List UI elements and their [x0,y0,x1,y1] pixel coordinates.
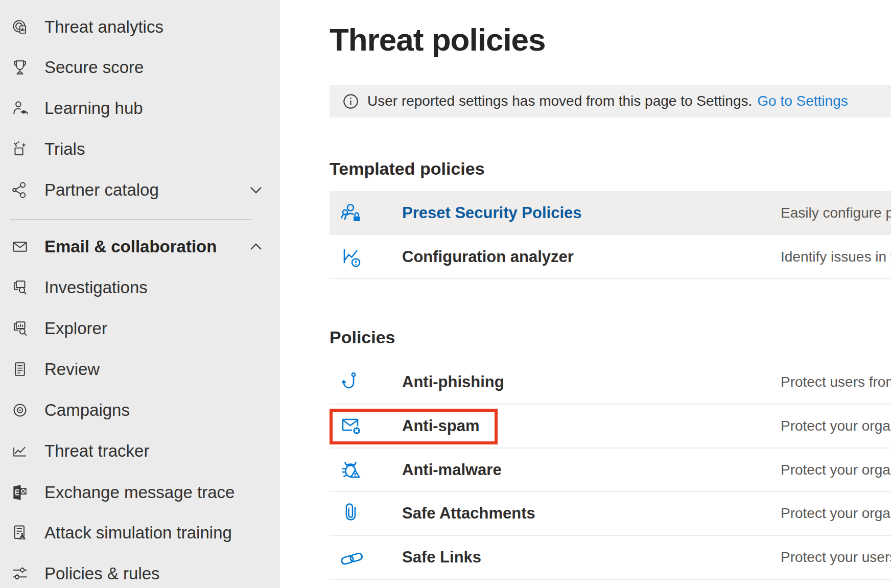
threat-tracker-icon [10,441,30,461]
sidebar-item-threat-analytics[interactable]: Threat analytics [0,7,280,48]
sidebar-item-label: Threat tracker [44,441,149,461]
row-description: Protect your organiz [781,462,891,478]
row-description: Protect your organiz [781,505,891,522]
policies-rules-icon [10,564,30,583]
row-anti-phishing[interactable]: Anti-phishing Protect users from p [330,360,891,404]
row-description: Easily configure prot [781,205,891,221]
row-label[interactable]: Anti-malware [402,461,502,479]
info-icon [343,93,359,109]
sidebar-item-email-collaboration[interactable]: Email & collaboration [0,226,280,267]
row-preset-security-policies[interactable]: Preset Security Policies Easily configur… [330,191,891,235]
row-configuration-analyzer[interactable]: Configuration analyzer Identify issues i… [330,235,891,279]
explorer-icon [10,319,30,338]
attack-simulation-icon [10,523,30,543]
anti-phishing-icon [340,370,364,394]
row-anti-spam[interactable]: Anti-spam Protect your organiz [330,404,891,448]
investigations-icon [10,278,30,297]
sidebar-item-attack-simulation-training[interactable]: Attack simulation training [0,512,280,553]
sidebar-item-explorer[interactable]: Explorer [0,308,280,349]
sidebar-item-label: Threat analytics [44,17,163,37]
row-safe-attachments[interactable]: Safe Attachments Protect your organiz [330,491,891,535]
envelope-icon [10,237,30,256]
row-label[interactable]: Safe Links [402,548,481,567]
sidebar-item-trials[interactable]: Trials [0,129,280,170]
sidebar-item-label: Attack simulation training [44,523,232,543]
sidebar-item-partner-catalog[interactable]: Partner catalog [0,170,280,210]
sidebar-item-secure-score[interactable]: Secure score [0,47,280,88]
chevron-up-icon[interactable] [248,239,264,254]
trophy-icon [10,58,30,77]
row-anti-malware[interactable]: Anti-malware Protect your organiz [330,448,891,492]
go-to-settings-link[interactable]: Go to Settings [757,93,848,109]
section-heading-templated-policies: Templated policies [330,158,485,179]
row-description: Protect users from p [781,374,891,390]
sidebar-item-campaigns[interactable]: Campaigns [0,390,280,431]
sidebar-item-label: Secure score [44,58,144,77]
sidebar-item-review[interactable]: Review [0,349,280,390]
row-label[interactable]: Anti-phishing [402,373,504,391]
learning-hub-icon [10,99,30,118]
threat-policies-page: Threat analytics Secure score [0,0,891,588]
divider [330,278,891,279]
sidebar-item-exchange-message-trace[interactable]: Exchange message trace [0,472,280,513]
sidebar-divider [10,219,251,220]
row-description: Protect your users fr [781,549,891,566]
exchange-icon [10,483,30,502]
sidebar-item-label: Partner catalog [44,180,159,200]
configuration-analyzer-icon [340,245,364,269]
row-label[interactable]: Configuration analyzer [402,248,574,266]
campaigns-icon [10,401,30,420]
chevron-down-icon[interactable] [248,182,264,198]
page-title: Threat policies [330,23,546,56]
anti-spam-icon [340,414,364,438]
sidebar-item-label: Investigations [44,278,148,297]
row-label[interactable]: Anti-spam [402,417,480,435]
info-banner: User reported settings has moved from th… [330,85,891,117]
safe-attachments-icon [340,501,364,526]
sidebar-item-label: Email & collaboration [44,237,217,256]
threat-analytics-icon [10,17,30,37]
anti-malware-icon [340,458,364,482]
safe-links-icon [340,545,364,570]
main-content: Threat policies User reported settings h… [280,0,891,588]
sidebar-item-threat-tracker[interactable]: Threat tracker [0,431,280,472]
sidebar-item-label: Trials [44,139,85,159]
sidebar-item-learning-hub[interactable]: Learning hub [0,88,280,129]
row-description: Identify issues in you [781,249,891,265]
sidebar-item-label: Exchange message trace [44,483,235,502]
sidebar-item-label: Learning hub [44,99,143,118]
sidebar-item-label: Campaigns [44,401,130,420]
preset-security-icon [340,201,364,225]
divider [330,579,891,580]
sidebar: Threat analytics Secure score [0,0,280,588]
section-heading-policies: Policies [330,327,395,347]
row-label[interactable]: Preset Security Policies [402,204,582,222]
review-icon [10,360,30,379]
row-safe-links[interactable]: Safe Links Protect your users fr [330,535,891,579]
banner-message: User reported settings has moved from th… [367,93,752,109]
sidebar-item-label: Policies & rules [44,564,160,583]
row-label[interactable]: Safe Attachments [402,504,535,523]
sidebar-item-label: Review [44,360,100,379]
sidebar-item-label: Explorer [44,319,107,338]
sidebar-item-policies-rules[interactable]: Policies & rules [0,553,280,588]
row-description: Protect your organiz [781,418,891,434]
trials-icon [10,139,30,159]
partner-catalog-icon [10,180,30,200]
sidebar-item-investigations[interactable]: Investigations [0,267,280,308]
